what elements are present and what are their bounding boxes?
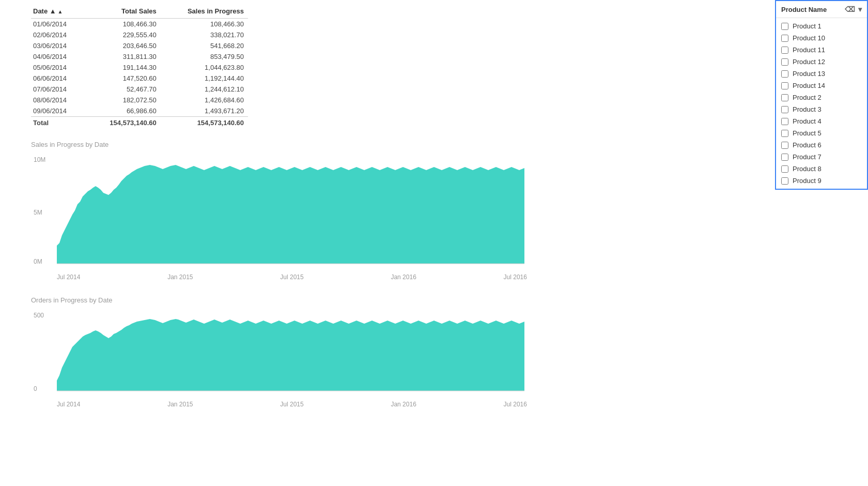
filter-item[interactable]: Product 14 xyxy=(776,80,867,92)
chart2-x-labels: Jul 2014 Jan 2015 Jul 2015 Jan 2016 Jul … xyxy=(31,401,527,408)
product-checkbox-4[interactable] xyxy=(781,70,788,78)
chart1-x2: Jan 2015 xyxy=(167,274,193,281)
cell-date: 05/06/2014 xyxy=(31,62,87,73)
product-checkbox-7[interactable] xyxy=(781,106,788,113)
product-label-10[interactable]: Product 6 xyxy=(793,141,822,149)
cell-total-sales: 52,467.70 xyxy=(87,84,161,95)
cell-sales-progress: 853,479.50 xyxy=(161,51,248,62)
chart2-svg: 500 0 xyxy=(31,308,527,399)
table-row: 03/06/2014 203,646.50 541,668.20 xyxy=(31,40,248,51)
filter-item[interactable]: Product 5 xyxy=(776,127,867,139)
product-label-1[interactable]: Product 10 xyxy=(793,34,825,42)
product-checkbox-0[interactable] xyxy=(781,23,788,30)
product-label-12[interactable]: Product 8 xyxy=(793,165,822,173)
product-label-7[interactable]: Product 3 xyxy=(793,105,822,113)
chart-orders-section: Orders in Progress by Date 500 0 xyxy=(31,296,858,408)
product-label-11[interactable]: Product 7 xyxy=(793,153,822,161)
product-label-9[interactable]: Product 5 xyxy=(793,129,822,137)
product-label-2[interactable]: Product 11 xyxy=(793,46,825,54)
cell-sales-progress: 1,244,612.10 xyxy=(161,84,248,95)
product-label-0[interactable]: Product 1 xyxy=(793,22,822,30)
chart2-y-bot: 0 xyxy=(34,385,37,392)
product-checkbox-3[interactable] xyxy=(781,58,788,66)
total-progress-value: 154,573,140.60 xyxy=(161,117,248,129)
chart1-wrapper: 10M 5M 0M Jul 2014 xyxy=(31,153,527,281)
chart1-y-bot: 0M xyxy=(34,258,42,265)
filter-item[interactable]: Product 7 xyxy=(776,151,867,163)
product-checkbox-13[interactable] xyxy=(781,177,788,185)
filter-item[interactable]: Product 13 xyxy=(776,68,867,80)
filter-eraser-icon[interactable]: ⌫ xyxy=(845,5,855,13)
product-checkbox-5[interactable] xyxy=(781,82,788,89)
filter-chevron-icon[interactable]: ▾ xyxy=(858,5,862,13)
chart2-x1: Jul 2014 xyxy=(57,401,80,408)
cell-date: 01/06/2014 xyxy=(31,19,87,30)
cell-total-sales: 229,555.40 xyxy=(87,29,161,40)
chart1-x1: Jul 2014 xyxy=(57,274,80,281)
col-total-sales[interactable]: Total Sales xyxy=(87,5,161,19)
filter-item[interactable]: Product 10 xyxy=(776,32,867,44)
filter-header-icons: ⌫ ▾ xyxy=(845,5,862,13)
chart1-title: Sales in Progress by Date xyxy=(31,141,858,148)
col-sales-in-progress[interactable]: Sales in Progress xyxy=(161,5,248,19)
filter-item[interactable]: Product 9 xyxy=(776,175,867,187)
total-row: Total 154,573,140.60 154,573,140.60 xyxy=(31,117,248,129)
cell-total-sales: 191,144.30 xyxy=(87,62,161,73)
chart2-wrapper: 500 0 Jul 2014 Jan 2015 Ju xyxy=(31,308,527,408)
filter-item[interactable]: Product 12 xyxy=(776,56,867,68)
chart1-svg: 10M 5M 0M xyxy=(31,153,527,271)
filter-item[interactable]: Product 1 xyxy=(776,20,867,32)
product-checkbox-11[interactable] xyxy=(781,154,788,161)
product-checkbox-9[interactable] xyxy=(781,130,788,137)
cell-sales-progress: 1,426,684.60 xyxy=(161,95,248,105)
filter-item[interactable]: Product 6 xyxy=(776,139,867,151)
cell-date: 07/06/2014 xyxy=(31,84,87,95)
product-label-5[interactable]: Product 14 xyxy=(793,82,825,89)
product-checkbox-1[interactable] xyxy=(781,35,788,42)
cell-total-sales: 108,466.30 xyxy=(87,19,161,30)
filter-item[interactable]: Product 11 xyxy=(776,44,867,56)
cell-date: 09/06/2014 xyxy=(31,105,87,117)
cell-total-sales: 311,811.30 xyxy=(87,51,161,62)
cell-sales-progress: 108,466.30 xyxy=(161,19,248,30)
cell-date: 08/06/2014 xyxy=(31,95,87,105)
product-label-6[interactable]: Product 2 xyxy=(793,94,822,101)
product-checkbox-8[interactable] xyxy=(781,118,788,125)
filter-item[interactable]: Product 3 xyxy=(776,103,867,115)
product-label-4[interactable]: Product 13 xyxy=(793,70,825,78)
product-checkbox-12[interactable] xyxy=(781,165,788,173)
col-date[interactable]: Date ▲ xyxy=(31,5,87,19)
chart-sales-section: Sales in Progress by Date 10M 5M 0M xyxy=(31,141,858,281)
cell-sales-progress: 1,493,671.20 xyxy=(161,105,248,117)
chart2-title: Orders in Progress by Date xyxy=(31,296,858,304)
filter-item[interactable]: Product 4 xyxy=(776,115,867,127)
chart2-x2: Jan 2015 xyxy=(167,401,193,408)
product-checkbox-6[interactable] xyxy=(781,94,788,101)
table-row: 08/06/2014 182,072.50 1,426,684.60 xyxy=(31,95,248,105)
table-row: 05/06/2014 191,144.30 1,044,623.80 xyxy=(31,62,248,73)
table-row: 01/06/2014 108,466.30 108,466.30 xyxy=(31,19,248,30)
table-row: 06/06/2014 147,520.60 1,192,144.40 xyxy=(31,73,248,84)
filter-item[interactable]: Product 8 xyxy=(776,163,867,175)
total-label: Total xyxy=(31,117,87,129)
product-checkbox-10[interactable] xyxy=(781,142,788,149)
product-label-13[interactable]: Product 9 xyxy=(793,177,822,185)
product-label-3[interactable]: Product 12 xyxy=(793,58,825,66)
cell-sales-progress: 1,192,144.40 xyxy=(161,73,248,84)
product-checkbox-2[interactable] xyxy=(781,47,788,54)
cell-sales-progress: 338,021.70 xyxy=(161,29,248,40)
cell-date: 06/06/2014 xyxy=(31,73,87,84)
product-label-8[interactable]: Product 4 xyxy=(793,117,822,125)
main-container: Date ▲ Total Sales Sales in Progress 01/… xyxy=(0,0,868,486)
table-row: 07/06/2014 52,467.70 1,244,612.10 xyxy=(31,84,248,95)
chart1-x5: Jul 2016 xyxy=(504,274,527,281)
cell-total-sales: 66,986.60 xyxy=(87,105,161,117)
cell-sales-progress: 1,044,623.80 xyxy=(161,62,248,73)
chart2-x3: Jul 2015 xyxy=(280,401,303,408)
filter-header: Product Name ⌫ ▾ xyxy=(776,1,867,18)
table-row: 09/06/2014 66,986.60 1,493,671.20 xyxy=(31,105,248,117)
filter-item[interactable]: Product 2 xyxy=(776,92,867,103)
chart1-x3: Jul 2015 xyxy=(280,274,303,281)
chart2-x4: Jan 2016 xyxy=(391,401,416,408)
filter-panel: Product Name ⌫ ▾ Product 1 Product 10 Pr… xyxy=(775,0,868,190)
